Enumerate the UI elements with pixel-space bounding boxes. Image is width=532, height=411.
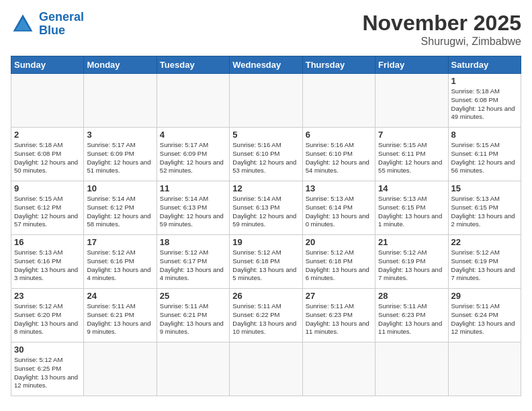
- logo-general: General: [39, 10, 84, 24]
- day-info: Sunrise: 5:16 AM Sunset: 6:10 PM Dayligh…: [306, 141, 372, 175]
- day-info: Sunrise: 5:11 AM Sunset: 6:21 PM Dayligh…: [87, 302, 153, 336]
- month-title: November 2025: [362, 11, 521, 36]
- day-number: 8: [451, 130, 518, 140]
- day-number: 27: [306, 291, 372, 301]
- day-number: 29: [451, 291, 518, 301]
- day-number: 1: [451, 76, 518, 86]
- day-number: 7: [378, 130, 445, 140]
- day-number: 28: [378, 291, 445, 301]
- day-number: 15: [451, 183, 518, 193]
- title-block: November 2025 Shurugwi, Zimbabwe: [362, 11, 521, 48]
- day-info: Sunrise: 5:11 AM Sunset: 6:24 PM Dayligh…: [451, 302, 518, 336]
- calendar-cell: 13Sunrise: 5:13 AM Sunset: 6:14 PM Dayli…: [302, 181, 375, 235]
- calendar-week-4: 23Sunrise: 5:12 AM Sunset: 6:20 PM Dayli…: [11, 289, 521, 342]
- header-row: SundayMondayTuesdayWednesdayThursdayFrid…: [11, 56, 521, 74]
- calendar-cell: 10Sunrise: 5:14 AM Sunset: 6:12 PM Dayli…: [84, 181, 157, 235]
- day-number: 25: [160, 291, 226, 301]
- calendar-cell: 15Sunrise: 5:13 AM Sunset: 6:15 PM Dayli…: [448, 181, 521, 235]
- calendar-cell: 2Sunrise: 5:18 AM Sunset: 6:08 PM Daylig…: [11, 128, 84, 181]
- day-info: Sunrise: 5:12 AM Sunset: 6:16 PM Dayligh…: [87, 248, 153, 283]
- header-monday: Monday: [84, 56, 157, 74]
- day-info: Sunrise: 5:12 AM Sunset: 6:19 PM Dayligh…: [451, 248, 518, 283]
- calendar-week-0: 1Sunrise: 5:18 AM Sunset: 6:08 PM Daylig…: [11, 74, 521, 128]
- calendar-week-2: 9Sunrise: 5:15 AM Sunset: 6:12 PM Daylig…: [11, 181, 521, 235]
- calendar-cell: 25Sunrise: 5:11 AM Sunset: 6:21 PM Dayli…: [157, 289, 229, 342]
- logo-text: General Blue: [39, 11, 84, 38]
- page-header: General Blue November 2025 Shurugwi, Zim…: [11, 11, 521, 48]
- day-info: Sunrise: 5:13 AM Sunset: 6:15 PM Dayligh…: [378, 195, 445, 229]
- day-number: 2: [14, 130, 81, 140]
- calendar-cell: 28Sunrise: 5:11 AM Sunset: 6:23 PM Dayli…: [375, 289, 448, 342]
- day-number: 18: [160, 237, 226, 247]
- day-info: Sunrise: 5:12 AM Sunset: 6:25 PM Dayligh…: [14, 356, 81, 390]
- day-info: Sunrise: 5:15 AM Sunset: 6:11 PM Dayligh…: [378, 141, 445, 175]
- calendar-cell: 11Sunrise: 5:14 AM Sunset: 6:13 PM Dayli…: [157, 181, 229, 235]
- day-info: Sunrise: 5:12 AM Sunset: 6:18 PM Dayligh…: [232, 248, 299, 283]
- calendar-cell: 1Sunrise: 5:18 AM Sunset: 6:08 PM Daylig…: [448, 74, 521, 128]
- day-number: 12: [232, 183, 299, 193]
- day-info: Sunrise: 5:11 AM Sunset: 6:22 PM Dayligh…: [232, 302, 299, 336]
- calendar-week-3: 16Sunrise: 5:13 AM Sunset: 6:16 PM Dayli…: [11, 235, 521, 289]
- calendar-cell: 27Sunrise: 5:11 AM Sunset: 6:23 PM Dayli…: [302, 289, 375, 342]
- day-info: Sunrise: 5:12 AM Sunset: 6:20 PM Dayligh…: [14, 302, 81, 336]
- calendar-cell: 22Sunrise: 5:12 AM Sunset: 6:19 PM Dayli…: [448, 235, 521, 289]
- calendar-cell: 21Sunrise: 5:12 AM Sunset: 6:19 PM Dayli…: [375, 235, 448, 289]
- header-thursday: Thursday: [302, 56, 375, 74]
- calendar-body: 1Sunrise: 5:18 AM Sunset: 6:08 PM Daylig…: [11, 74, 521, 396]
- calendar-cell: 26Sunrise: 5:11 AM Sunset: 6:22 PM Dayli…: [230, 289, 302, 342]
- calendar-cell: [157, 74, 229, 128]
- calendar-week-1: 2Sunrise: 5:18 AM Sunset: 6:08 PM Daylig…: [11, 128, 521, 181]
- day-number: 5: [232, 130, 299, 140]
- day-number: 17: [87, 237, 153, 247]
- day-number: 23: [14, 291, 81, 301]
- day-number: 9: [14, 183, 81, 193]
- day-info: Sunrise: 5:17 AM Sunset: 6:09 PM Dayligh…: [160, 141, 226, 175]
- calendar-cell: 19Sunrise: 5:12 AM Sunset: 6:18 PM Dayli…: [230, 235, 302, 289]
- calendar-cell: [157, 342, 229, 396]
- calendar-cell: [302, 342, 375, 396]
- day-info: Sunrise: 5:14 AM Sunset: 6:13 PM Dayligh…: [232, 195, 299, 229]
- logo-icon: [11, 12, 35, 36]
- day-info: Sunrise: 5:17 AM Sunset: 6:09 PM Dayligh…: [87, 141, 153, 175]
- calendar-cell: 18Sunrise: 5:12 AM Sunset: 6:17 PM Dayli…: [157, 235, 229, 289]
- day-number: 26: [232, 291, 299, 301]
- calendar-cell: [11, 74, 84, 128]
- day-info: Sunrise: 5:13 AM Sunset: 6:15 PM Dayligh…: [451, 195, 518, 229]
- day-number: 14: [378, 183, 445, 193]
- calendar-cell: 24Sunrise: 5:11 AM Sunset: 6:21 PM Dayli…: [84, 289, 157, 342]
- day-number: 24: [87, 291, 153, 301]
- calendar-header: SundayMondayTuesdayWednesdayThursdayFrid…: [11, 56, 521, 74]
- day-info: Sunrise: 5:11 AM Sunset: 6:23 PM Dayligh…: [378, 302, 445, 336]
- day-number: 4: [160, 130, 226, 140]
- day-number: 6: [306, 130, 372, 140]
- calendar-cell: 8Sunrise: 5:15 AM Sunset: 6:11 PM Daylig…: [448, 128, 521, 181]
- header-sunday: Sunday: [11, 56, 84, 74]
- day-info: Sunrise: 5:12 AM Sunset: 6:19 PM Dayligh…: [378, 248, 445, 283]
- day-info: Sunrise: 5:14 AM Sunset: 6:12 PM Dayligh…: [87, 195, 153, 229]
- logo: General Blue: [11, 11, 84, 38]
- day-number: 16: [14, 237, 81, 247]
- calendar-cell: 7Sunrise: 5:15 AM Sunset: 6:11 PM Daylig…: [375, 128, 448, 181]
- day-number: 22: [451, 237, 518, 247]
- location: Shurugwi, Zimbabwe: [362, 36, 521, 48]
- calendar-cell: [230, 342, 302, 396]
- day-info: Sunrise: 5:12 AM Sunset: 6:17 PM Dayligh…: [160, 248, 226, 283]
- day-number: 19: [232, 237, 299, 247]
- calendar-cell: [375, 342, 448, 396]
- header-saturday: Saturday: [448, 56, 521, 74]
- header-wednesday: Wednesday: [230, 56, 302, 74]
- day-info: Sunrise: 5:11 AM Sunset: 6:21 PM Dayligh…: [160, 302, 226, 336]
- calendar-cell: 5Sunrise: 5:16 AM Sunset: 6:10 PM Daylig…: [230, 128, 302, 181]
- header-friday: Friday: [375, 56, 448, 74]
- day-number: 30: [14, 345, 81, 355]
- day-info: Sunrise: 5:12 AM Sunset: 6:18 PM Dayligh…: [306, 248, 372, 283]
- calendar-cell: 6Sunrise: 5:16 AM Sunset: 6:10 PM Daylig…: [302, 128, 375, 181]
- calendar-table: SundayMondayTuesdayWednesdayThursdayFrid…: [11, 56, 521, 396]
- calendar-cell: 14Sunrise: 5:13 AM Sunset: 6:15 PM Dayli…: [375, 181, 448, 235]
- header-tuesday: Tuesday: [157, 56, 229, 74]
- calendar-cell: 29Sunrise: 5:11 AM Sunset: 6:24 PM Dayli…: [448, 289, 521, 342]
- calendar-cell: 16Sunrise: 5:13 AM Sunset: 6:16 PM Dayli…: [11, 235, 84, 289]
- day-number: 20: [306, 237, 372, 247]
- calendar-cell: [230, 74, 302, 128]
- calendar-cell: [84, 74, 157, 128]
